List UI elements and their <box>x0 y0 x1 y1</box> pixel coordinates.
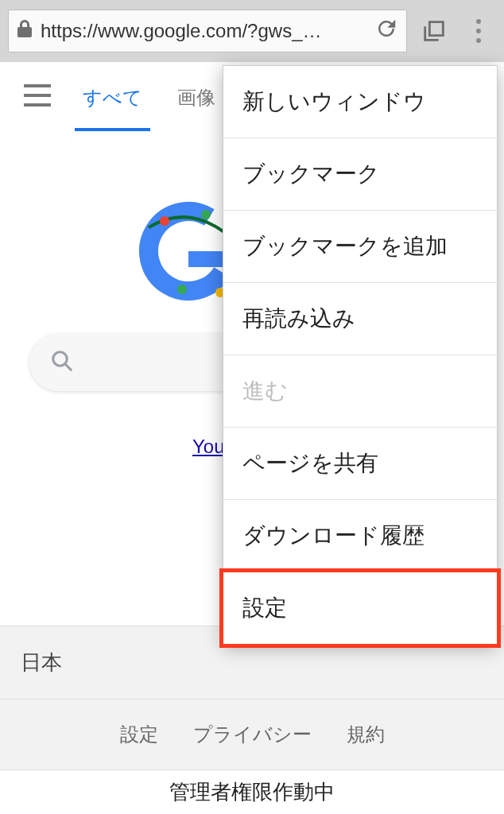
tab-images[interactable]: 画像 <box>174 64 219 130</box>
footer-terms[interactable]: 規約 <box>347 722 385 747</box>
menu-reload[interactable]: 再読み込み <box>223 283 497 355</box>
svg-point-1 <box>476 29 481 33</box>
svg-point-10 <box>160 216 169 226</box>
menu-downloads[interactable]: ダウンロード履歴 <box>223 500 497 572</box>
svg-rect-3 <box>24 84 51 87</box>
svg-rect-5 <box>24 103 51 107</box>
admin-banner: 管理者権限作動中 <box>0 769 504 814</box>
overflow-menu: 新しいウィンドウ ブックマーク ブックマークを追加 再読み込み 進む ページを共… <box>223 65 498 645</box>
svg-point-11 <box>201 210 211 219</box>
reload-icon[interactable] <box>374 17 398 45</box>
tab-all[interactable]: すべて <box>79 64 145 130</box>
search-icon <box>50 349 74 376</box>
footer-links: 設定 プライバシー 規約 <box>0 699 504 769</box>
overflow-menu-icon[interactable] <box>461 14 496 48</box>
svg-point-0 <box>476 19 481 24</box>
hamburger-icon[interactable] <box>24 84 51 110</box>
browser-chrome-bar: https://www.google.com/?gws_… <box>0 0 504 62</box>
url-box[interactable]: https://www.google.com/?gws_… <box>8 10 407 52</box>
tabs-icon[interactable] <box>417 14 452 48</box>
url-text: https://www.google.com/?gws_… <box>41 20 366 42</box>
svg-line-18 <box>65 364 72 370</box>
lock-icon <box>17 19 33 43</box>
svg-point-15 <box>177 285 187 294</box>
svg-point-2 <box>476 38 481 43</box>
menu-share[interactable]: ページを共有 <box>223 428 497 499</box>
menu-new-window[interactable]: 新しいウィンドウ <box>223 66 497 138</box>
page-body: すべて 画像 <box>0 62 504 814</box>
svg-rect-4 <box>24 94 51 97</box>
menu-settings[interactable]: 設定 <box>219 568 501 648</box>
menu-bookmarks[interactable]: ブックマーク <box>223 138 497 210</box>
footer-settings[interactable]: 設定 <box>120 722 158 747</box>
menu-forward: 進む <box>223 355 497 427</box>
menu-add-bookmark[interactable]: ブックマークを追加 <box>223 211 497 282</box>
footer-privacy[interactable]: プライバシー <box>193 722 312 747</box>
svg-rect-7 <box>188 251 225 267</box>
